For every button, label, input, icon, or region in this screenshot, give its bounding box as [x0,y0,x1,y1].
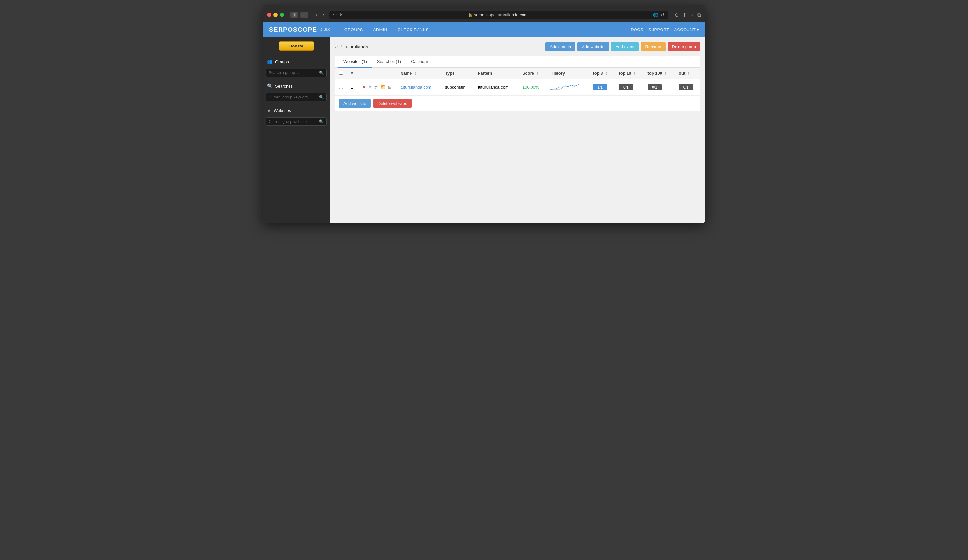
sidebar-websites-header[interactable]: ★ Websites [262,104,330,116]
reload-icon[interactable]: ↺ [661,13,665,17]
websites-icon: ★ [267,108,271,113]
keyword-search-input[interactable] [269,95,319,99]
sidebar-icon[interactable]: ⧉ [698,12,701,18]
tab-searches[interactable]: Searches (1) [372,56,406,68]
browser-right-controls: ⊙ ⬆ + ⧉ [675,12,701,18]
rename-button[interactable]: Rename [641,42,665,51]
address-bar[interactable]: 🛡 ↻ 🔒 serposcope.tuturulianda.com 🌐 ↺ [329,11,668,19]
sidebar-group-search[interactable]: 🔍 [266,69,327,77]
download-icon[interactable]: ⊙ [675,12,679,18]
app-nav-right: DOCS SUPPORT ACCOUNT [631,27,699,32]
out-sort-icon: ⇕ [688,72,690,75]
sparkline-chart [550,82,579,91]
breadcrumb-home-icon[interactable]: ⌂ [335,44,338,50]
row-checkbox[interactable] [339,85,343,89]
donate-button[interactable]: Donate [278,41,314,51]
keyword-search-icon: 🔍 [319,95,324,99]
website-search-icon: 🔍 [319,119,324,124]
nav-admin[interactable]: ADMIN [369,23,391,36]
col-out[interactable]: out ⇕ [675,68,700,79]
row-out: 0/1 [675,79,700,95]
tabs: Websites (1) Searches (1) Calendar [335,56,700,68]
col-checkbox [335,68,347,79]
out-bar: 0/1 [679,84,693,91]
tab-calendar[interactable]: Calendar [406,56,433,68]
edit-row-icon[interactable]: ✎ [368,85,372,89]
new-tab-icon[interactable]: + [691,12,694,18]
main-content: ⌂ / tuturulianda Add search Add website … [330,37,706,223]
group-search-input[interactable] [269,71,319,75]
add-website-button[interactable]: Add website [577,42,609,51]
row-history [547,79,589,95]
table-row-icon[interactable]: ⊞ [388,85,391,89]
close-window-button[interactable] [267,13,271,17]
top100-sort-icon: ⇕ [665,72,667,75]
action-buttons: Add search Add website Add event Rename … [545,42,700,51]
nav-docs[interactable]: DOCS [631,27,643,32]
delete-group-button[interactable]: Delete group [668,42,700,51]
sidebar-websites-section: ★ Websites 🔍 [262,104,330,126]
table-row: 1 ✕ ✎ ⇄ 📶 ⊞ tuturulian [335,79,700,95]
groups-icon: 👥 [267,59,272,64]
col-pattern: Pattern [474,68,519,79]
share-icon[interactable]: ⬆ [683,12,687,18]
refresh-icon: ↻ [339,13,342,17]
sidebar-groups-header[interactable]: 👥 Groups [262,56,330,67]
breadcrumb-current: tuturulianda [345,44,368,50]
add-event-button[interactable]: Add event [611,42,639,51]
top100-bar: 0/1 [648,84,662,91]
sidebar-searches-section: 🔍 Searches 🔍 [262,80,330,101]
forward-button[interactable]: › [321,12,326,18]
delete-row-icon[interactable]: ✕ [362,85,366,89]
website-name-link[interactable]: tuturulianda.com [401,85,431,89]
row-id: 1 [347,79,358,95]
row-top10: 0/1 [615,79,643,95]
nav-support[interactable]: SUPPORT [648,27,669,32]
breadcrumb-separator: / [341,44,342,50]
top-bar: ⌂ / tuturulianda Add search Add website … [335,42,700,51]
group-search-icon: 🔍 [319,71,324,75]
url-display[interactable]: 🔒 serposcope.tuturulianda.com [345,13,651,17]
chart-row-icon[interactable]: 📶 [380,85,385,89]
row-type: subdomain [441,79,474,95]
tab-websites[interactable]: Websites (1) [338,56,372,68]
websites-table: # Name ⇕ Type Pattern Score ⇕ History to… [335,68,700,95]
col-score[interactable]: Score ⇕ [519,68,547,79]
table-action-buttons: Add website Delete websites [335,95,700,111]
col-top10[interactable]: top 10 ⇕ [615,68,643,79]
sidebar-keyword-search[interactable]: 🔍 [266,93,327,101]
sidebar-groups-section: 👥 Groups 🔍 [262,56,330,77]
tab-expand-button[interactable]: ⌄ [300,12,308,18]
app-version: 2.15.0 [320,28,330,31]
select-all-checkbox[interactable] [339,71,343,75]
minimize-window-button[interactable] [273,13,278,17]
row-top3: 1/1 [589,79,615,95]
sidebar-searches-label: Searches [275,84,293,89]
app-nav-links: GROUPS ADMIN CHECK RANKS [340,23,631,36]
security-icon: 🛡 [333,13,336,17]
sidebar-website-search[interactable]: 🔍 [266,117,327,126]
add-website-table-button[interactable]: Add website [339,99,371,108]
row-pattern: tuturulianda.com [474,79,519,95]
website-search-input[interactable] [269,119,319,124]
top3-bar: 1/1 [593,84,607,91]
nav-account[interactable]: ACCOUNT [674,27,699,32]
sidebar-searches-header[interactable]: 🔍 Searches [262,80,330,92]
translate-icon[interactable]: 🌐 [653,13,658,17]
col-top100[interactable]: top 100 ⇕ [644,68,675,79]
app-navbar: SERPOSCOPE 2.15.0 GROUPS ADMIN CHECK RAN… [262,22,706,37]
maximize-window-button[interactable] [280,13,284,17]
nav-groups[interactable]: GROUPS [340,23,368,36]
nav-check-ranks[interactable]: CHECK RANKS [393,23,433,36]
col-top3[interactable]: top 3 ⇕ [589,68,615,79]
traffic-lights [267,13,284,17]
row-actions: ✕ ✎ ⇄ 📶 ⊞ [358,79,397,95]
col-name[interactable]: Name ⇕ [397,68,441,79]
back-button[interactable]: ‹ [314,12,319,18]
sync-row-icon[interactable]: ⇄ [374,85,378,89]
col-actions-header [358,68,397,79]
row-checkbox-cell [335,79,347,95]
tab-grid-button[interactable]: ⊞ [290,12,298,18]
delete-websites-button[interactable]: Delete websites [373,99,412,108]
add-search-button[interactable]: Add search [545,42,575,51]
